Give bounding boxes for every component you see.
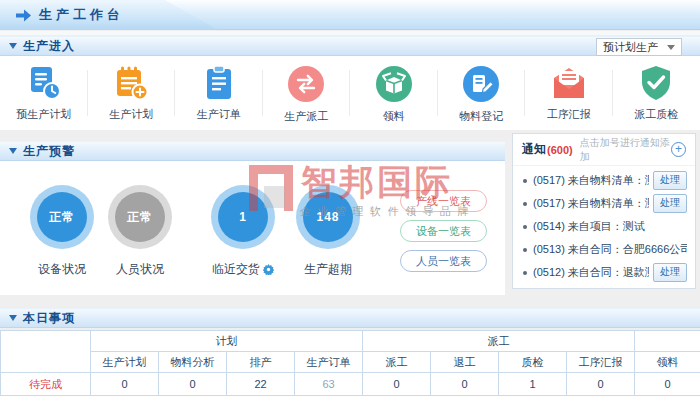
table-value[interactable]: 0 bbox=[363, 373, 431, 396]
notice-panel: 通知 (600) 点击加号进行通知添加 + (0517) 来自物料清单：测试审批… bbox=[512, 133, 696, 289]
production-workbench-page: 生产工作台 生产进入 预计划生产 预生产计划 bbox=[0, 0, 700, 401]
entry-item-material-request[interactable]: 领料 bbox=[350, 56, 438, 130]
personnel-list-button[interactable]: 人员一览表 bbox=[400, 250, 487, 272]
handle-button[interactable]: 处理 bbox=[653, 171, 687, 190]
gauge-circle[interactable]: 正常 bbox=[30, 185, 94, 249]
column-header: 退工 bbox=[431, 352, 499, 373]
notice-item[interactable]: (0517) 来自物料清单：测试审批 处理 bbox=[521, 169, 687, 192]
preplan-production-dropdown[interactable]: 预计划生产 bbox=[596, 38, 682, 56]
section-title: 生产进入 bbox=[23, 38, 75, 55]
gauge-circle[interactable]: 正常 bbox=[108, 185, 172, 249]
table-value[interactable]: 0 bbox=[635, 373, 700, 396]
envelope-report-icon bbox=[550, 65, 588, 101]
column-header: 工序汇报 bbox=[567, 352, 635, 373]
column-header: 排产 bbox=[227, 352, 295, 373]
entry-item-production-plan[interactable]: 生产计划 bbox=[88, 56, 176, 130]
collapse-triangle-icon[interactable] bbox=[9, 315, 17, 321]
group-header-dispatch: 派工 bbox=[363, 331, 635, 352]
gauge-near-delivery: 1 临近交货 bbox=[203, 185, 283, 278]
column-header: 领料 bbox=[635, 352, 700, 373]
section-header-production-warning: 生产预警 bbox=[0, 141, 505, 161]
entry-item-production-dispatch[interactable]: 生产派工 bbox=[263, 56, 351, 130]
bullet-icon bbox=[523, 202, 527, 206]
gauge-label-text: 临近交货 bbox=[212, 261, 260, 278]
entry-item-production-order[interactable]: 生产订单 bbox=[175, 56, 263, 130]
table-value[interactable]: 0 bbox=[567, 373, 635, 396]
notice-item[interactable]: (0513) 来自合同：合肥6666公司 bbox=[521, 238, 687, 261]
column-header: 生产计划 bbox=[91, 352, 159, 373]
today-table: 计划 派工 生产计划 物料分析 排产 生产订单 派工 退工 质检 工序汇报 领料… bbox=[0, 330, 700, 396]
gauge-value: 148 bbox=[303, 192, 353, 242]
notice-header: 通知 (600) 点击加号进行通知添加 + bbox=[513, 134, 695, 166]
entry-item-label: 预生产计划 bbox=[16, 107, 71, 122]
table-value[interactable]: 22 bbox=[227, 373, 295, 396]
transfer-arrows-icon bbox=[287, 65, 325, 103]
shield-check-icon bbox=[638, 65, 674, 101]
row-label-pending: 待完成 bbox=[1, 373, 91, 396]
table-value[interactable]: 0 bbox=[159, 373, 227, 396]
entry-item-process-report[interactable]: 工序汇报 bbox=[525, 56, 613, 130]
collapse-triangle-icon[interactable] bbox=[9, 148, 17, 154]
gauge-circle[interactable]: 148 bbox=[296, 185, 360, 249]
entry-item-label: 物料登记 bbox=[459, 109, 503, 124]
section-header-today-items: 本日事项 bbox=[0, 308, 700, 328]
gauge-circle[interactable]: 1 bbox=[211, 185, 275, 249]
equipment-list-button[interactable]: 设备一览表 bbox=[400, 220, 487, 242]
notice-text: (0514) 来自项目：测试 bbox=[533, 219, 687, 234]
gauge-value: 正常 bbox=[37, 192, 87, 242]
entry-item-label: 生产订单 bbox=[197, 107, 241, 122]
gauge-personnel-status: 正常 人员状况 bbox=[100, 185, 180, 278]
notice-item[interactable]: (0514) 来自项目：测试 bbox=[521, 215, 687, 238]
tab-production-workbench[interactable]: 生产工作台 bbox=[0, 0, 218, 30]
table-value[interactable]: 0 bbox=[91, 373, 159, 396]
bullet-icon bbox=[523, 271, 527, 275]
table-value[interactable]: 1 bbox=[499, 373, 567, 396]
arrow-right-icon bbox=[16, 9, 31, 22]
gauge-label: 人员状况 bbox=[100, 261, 180, 278]
notice-text: (0517) 来自物料清单：测试审批 bbox=[533, 173, 649, 188]
calendar-plus-icon bbox=[113, 65, 149, 101]
add-notice-button[interactable]: + bbox=[671, 142, 686, 157]
bullet-icon bbox=[523, 179, 527, 183]
notice-item[interactable]: (0512) 来自合同：退款测试合同 处理 bbox=[521, 261, 687, 284]
entry-item-dispatch-quality-check[interactable]: 派工质检 bbox=[613, 56, 700, 130]
open-box-icon bbox=[375, 65, 413, 103]
group-header-plan: 计划 bbox=[91, 331, 363, 352]
column-header: 生产订单 bbox=[295, 352, 363, 373]
table-value[interactable]: 0 bbox=[431, 373, 499, 396]
gauge-label: 临近交货 bbox=[203, 261, 283, 278]
dropdown-value: 预计划生产 bbox=[603, 40, 658, 55]
document-pen-icon bbox=[462, 65, 500, 103]
notice-title: 通知 bbox=[522, 141, 546, 158]
group-header-empty bbox=[635, 331, 700, 352]
bullet-icon bbox=[523, 248, 527, 252]
bullet-icon bbox=[523, 225, 527, 229]
entry-item-label: 领料 bbox=[383, 109, 405, 124]
section-title: 本日事项 bbox=[23, 310, 75, 327]
entry-item-label: 生产派工 bbox=[284, 109, 328, 124]
notice-text: (0517) 来自物料清单：测试审批 bbox=[533, 196, 649, 211]
handle-button[interactable]: 处理 bbox=[653, 194, 687, 213]
production-line-list-button[interactable]: 产线一览表 bbox=[400, 190, 487, 212]
collapse-triangle-icon[interactable] bbox=[9, 43, 17, 49]
corner-cell bbox=[1, 331, 91, 373]
handle-button[interactable]: 处理 bbox=[653, 263, 687, 282]
gear-icon[interactable] bbox=[263, 264, 274, 275]
gauge-label: 设备状况 bbox=[22, 261, 102, 278]
notice-list: (0517) 来自物料清单：测试审批 处理 (0517) 来自物料清单：测试审批… bbox=[513, 166, 695, 284]
gauge-value: 1 bbox=[218, 192, 268, 242]
table-value[interactable]: 63 bbox=[295, 373, 363, 396]
page-title: 生产工作台 bbox=[39, 6, 124, 24]
entry-item-material-register[interactable]: 物料登记 bbox=[438, 56, 526, 130]
entry-item-label: 生产计划 bbox=[109, 107, 153, 122]
entry-item-pre-production-plan[interactable]: 预生产计划 bbox=[0, 56, 88, 130]
notice-item[interactable]: (0517) 来自物料清单：测试审批 处理 bbox=[521, 192, 687, 215]
gauge-value: 正常 bbox=[115, 192, 165, 242]
column-header: 物料分析 bbox=[159, 352, 227, 373]
top-tab-bar: 生产工作台 bbox=[0, 0, 700, 30]
notice-hint: 点击加号进行通知添加 bbox=[580, 136, 671, 164]
notice-text: (0513) 来自合同：合肥6666公司 bbox=[533, 242, 687, 257]
chevron-down-icon bbox=[667, 45, 675, 50]
entry-shortcut-row: 预生产计划 生产计划 生产订单 bbox=[0, 56, 700, 130]
clipboard-icon bbox=[201, 65, 237, 101]
